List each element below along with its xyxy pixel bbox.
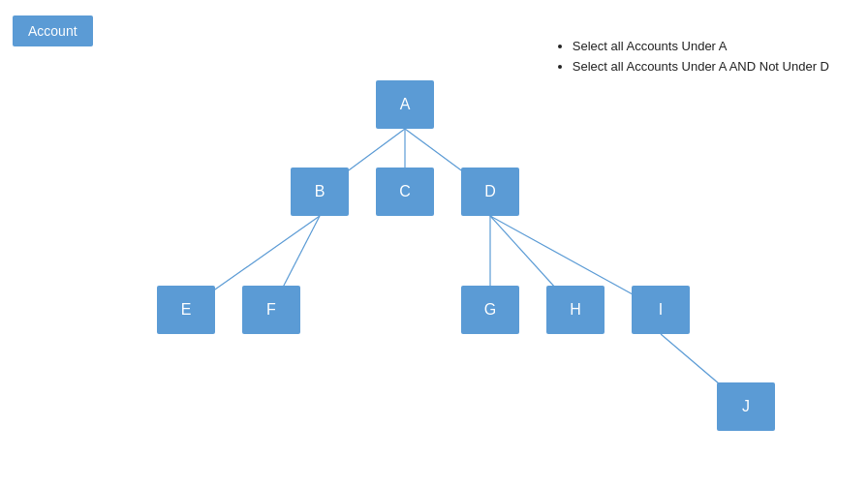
instruction-item-1: Select all Accounts Under A — [573, 37, 829, 57]
node-j[interactable]: J — [717, 382, 775, 431]
instruction-item-2: Select all Accounts Under A AND Not Unde… — [573, 57, 829, 77]
instructions-panel: Select all Accounts Under A Select all A… — [555, 37, 829, 77]
node-c[interactable]: C — [376, 168, 434, 216]
account-badge: Account — [13, 15, 93, 46]
node-h[interactable]: H — [546, 286, 604, 334]
node-d[interactable]: D — [461, 168, 519, 216]
node-i[interactable]: I — [632, 286, 690, 334]
node-g[interactable]: G — [461, 286, 519, 334]
node-a[interactable]: A — [376, 80, 434, 129]
node-e[interactable]: E — [157, 286, 215, 334]
node-b[interactable]: B — [291, 168, 349, 216]
node-f[interactable]: F — [242, 286, 300, 334]
